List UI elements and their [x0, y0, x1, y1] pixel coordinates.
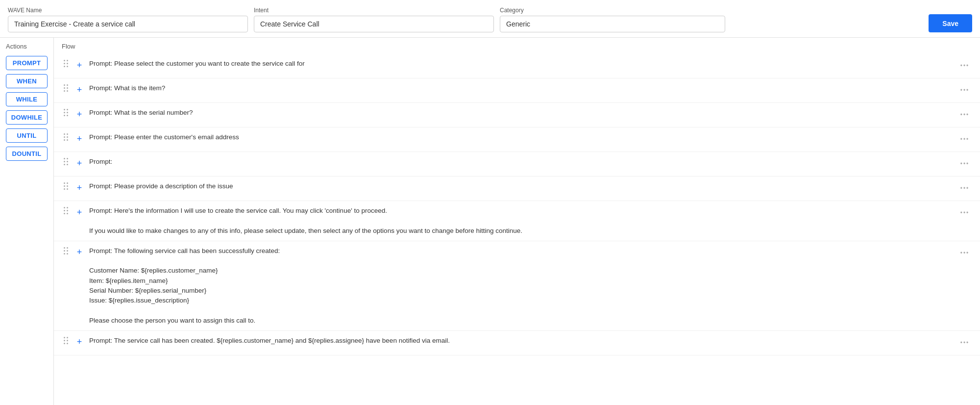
drag-handle[interactable] [58, 157, 74, 165]
content-area: Actions PROMPT WHEN WHILE DOWHILE UNTIL … [0, 38, 980, 405]
more-options-button[interactable] [957, 83, 972, 95]
save-button[interactable]: Save [929, 14, 972, 32]
more-options-button[interactable] [957, 181, 972, 193]
add-step-button[interactable]: + [74, 157, 85, 169]
flow-row: + Prompt: Here's the information I will … [54, 201, 980, 241]
add-step-button[interactable]: + [74, 108, 85, 120]
intent-label: Intent [254, 7, 494, 14]
intent-group: Intent [254, 7, 494, 32]
actions-label: Actions [6, 43, 48, 50]
action-btn-until[interactable]: UNTIL [6, 128, 48, 143]
wave-name-label: WAVE Name [8, 7, 248, 14]
flow-row: + Prompt: What is the item? [54, 78, 980, 103]
drag-handle[interactable] [58, 59, 74, 67]
flow-row: + Prompt: Please select the customer you… [54, 54, 980, 78]
action-btn-while[interactable]: WHILE [6, 92, 48, 106]
flow-row: + Prompt: Please enter the customer's em… [54, 127, 980, 152]
intent-input[interactable] [254, 16, 494, 32]
add-step-button[interactable]: + [74, 336, 85, 348]
flow-row: + Prompt: What is the serial number? [54, 103, 980, 127]
flow-row-text: Prompt: [89, 157, 957, 167]
add-step-button[interactable]: + [74, 206, 85, 218]
action-btn-dowhile[interactable]: DOWHILE [6, 110, 48, 125]
category-group: Category [500, 7, 725, 32]
drag-handle[interactable] [58, 206, 74, 214]
flow-row: + Prompt: The service call has been crea… [54, 331, 980, 355]
drag-handle[interactable] [58, 108, 74, 116]
action-btn-when[interactable]: WHEN [6, 74, 48, 88]
flow-row: + Prompt: [54, 152, 980, 177]
flow-row-text: Prompt: Please select the customer you w… [89, 59, 957, 69]
category-input[interactable] [500, 16, 725, 32]
add-step-button[interactable]: + [74, 133, 85, 145]
flow-label: Flow [54, 43, 980, 54]
drag-handle[interactable] [58, 181, 74, 190]
more-options-button[interactable] [957, 246, 972, 257]
drag-handle[interactable] [58, 246, 74, 254]
flow-row-text: Prompt: The service call has been create… [89, 336, 957, 346]
flow-row-text: Prompt: Please enter the customer's emai… [89, 132, 957, 142]
add-step-button[interactable]: + [74, 84, 85, 96]
flow-row-text: Prompt: The following service call has b… [89, 246, 957, 326]
action-btn-dountil[interactable]: DOUNTIL [6, 147, 48, 161]
more-options-button[interactable] [957, 108, 972, 119]
actions-panel: Actions PROMPT WHEN WHILE DOWHILE UNTIL … [0, 38, 54, 405]
drag-handle[interactable] [58, 336, 74, 344]
flow-panel: Flow + Prompt: Please select the custome… [54, 38, 980, 405]
drag-handle[interactable] [58, 83, 74, 92]
flow-row-text: Prompt: Here's the information I will us… [89, 206, 957, 236]
category-label: Category [500, 7, 725, 14]
action-btn-prompt[interactable]: PROMPT [6, 56, 48, 70]
add-step-button[interactable]: + [74, 182, 85, 194]
more-options-button[interactable] [957, 132, 972, 144]
wave-name-input[interactable] [8, 16, 248, 32]
wave-name-group: WAVE Name [8, 7, 248, 32]
more-options-button[interactable] [957, 59, 972, 70]
more-options-button[interactable] [957, 206, 972, 217]
add-step-button[interactable]: + [74, 247, 85, 258]
add-step-button[interactable]: + [74, 59, 85, 71]
flow-row: + Prompt: The following service call has… [54, 241, 980, 331]
flow-row-text: Prompt: What is the item? [89, 83, 957, 93]
header: WAVE Name Intent Category Save [0, 0, 980, 38]
flow-row-text: Prompt: Please provide a description of … [89, 181, 957, 191]
more-options-button[interactable] [957, 336, 972, 347]
drag-handle[interactable] [58, 132, 74, 141]
more-options-button[interactable] [957, 157, 972, 168]
flow-row: + Prompt: Please provide a description o… [54, 177, 980, 201]
flow-row-text: Prompt: What is the serial number? [89, 108, 957, 118]
